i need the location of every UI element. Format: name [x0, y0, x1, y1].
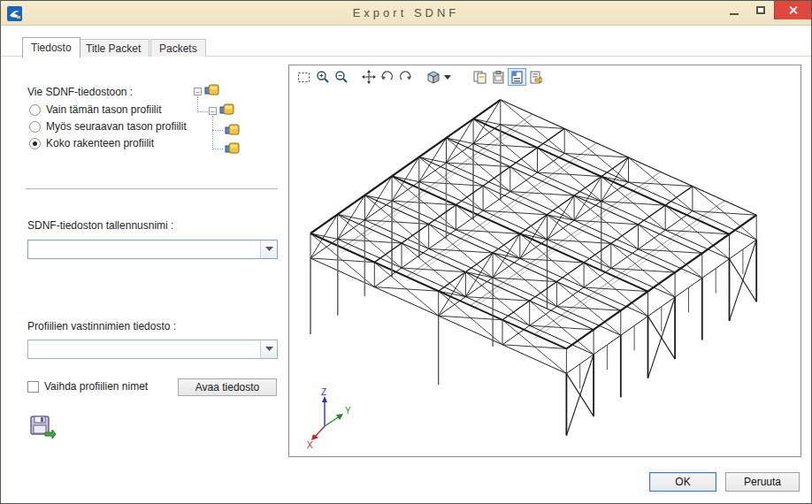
assembly-node-icon — [219, 103, 235, 117]
ok-button[interactable]: OK — [649, 472, 716, 492]
hierarchy-preview: – – — [188, 84, 263, 167]
view-orientation-icon[interactable] — [424, 68, 442, 86]
mapping-dropdown-button[interactable] — [260, 340, 277, 358]
mapping-combobox[interactable] — [27, 340, 278, 359]
separator — [26, 188, 278, 189]
model-viewport[interactable]: Z Y X — [288, 65, 801, 457]
chevron-down-icon — [265, 247, 273, 252]
axis-y-label: Y — [345, 406, 351, 416]
zoom-out-icon[interactable] — [332, 68, 350, 86]
radio-this-level-label: Vain tämän tason profiilit — [46, 103, 162, 116]
axis-z-label: Z — [321, 387, 326, 397]
view-orientation-dropdown-icon[interactable] — [442, 68, 453, 86]
pan-icon[interactable] — [359, 68, 378, 86]
axis-x-label: X — [307, 440, 313, 450]
tree-collapse-icon: – — [194, 88, 202, 95]
rename-profiles-label: Vaihda profiilien nimet — [44, 380, 148, 393]
window-title: Export SDNF — [1, 1, 811, 26]
cancel-button[interactable]: Peruuta — [725, 472, 800, 492]
radio-next-level-circle[interactable] — [29, 121, 41, 133]
export-scope-label: Vie SDNF-tiedostoon : — [27, 86, 133, 98]
filename-combobox[interactable] — [27, 240, 278, 259]
model-canvas[interactable]: Z Y X — [289, 88, 801, 456]
radio-next-level[interactable]: Myös seuraavan tason profiilit — [29, 120, 187, 133]
filename-dropdown-button[interactable] — [260, 241, 277, 258]
rotate-cw-icon[interactable] — [396, 68, 415, 86]
chevron-down-icon — [265, 347, 273, 352]
capture-view-icon[interactable] — [526, 68, 545, 86]
tab-packets[interactable]: Packets — [150, 39, 206, 57]
export-sdnf-dialog: Export SDNF Tiedosto Title Packet Packet… — [0, 0, 812, 504]
close-button[interactable] — [774, 1, 811, 19]
select-area-icon[interactable] — [295, 68, 313, 86]
maximize-button[interactable] — [747, 1, 774, 19]
rename-profiles-checkbox-row[interactable]: Vaihda profiilien nimet — [27, 380, 148, 393]
open-file-button[interactable]: Avaa tiedosto — [178, 378, 277, 396]
minimize-icon — [730, 13, 739, 15]
maximize-icon — [756, 6, 765, 14]
radio-whole-structure-label: Koko rakenteen profiilit — [46, 137, 154, 149]
tab-title-packet[interactable]: Title Packet — [77, 39, 149, 57]
radio-this-level[interactable]: Vain tämän tason profiilit — [29, 103, 162, 116]
close-icon — [788, 5, 798, 15]
titlebar[interactable]: Export SDNF — [1, 1, 811, 26]
radio-whole-structure[interactable]: Koko rakenteen profiilit — [29, 137, 154, 149]
save-as-icon[interactable] — [29, 415, 56, 439]
viewport-toolbar — [289, 65, 801, 88]
minimize-button[interactable] — [721, 1, 747, 19]
radio-whole-structure-circle[interactable] — [29, 138, 41, 149]
tab-tiedosto[interactable]: Tiedosto — [22, 37, 80, 57]
assembly-node-icon — [225, 142, 241, 156]
radio-this-level-circle[interactable] — [29, 104, 41, 116]
filename-label: SDNF-tiedoston tallennusnimi : — [27, 219, 173, 232]
mapping-label: Profiilien vastinnimien tiedosto : — [27, 320, 176, 332]
rotate-ccw-icon[interactable] — [378, 68, 396, 86]
mapping-value[interactable] — [28, 340, 260, 358]
active-view-icon[interactable] — [508, 68, 526, 86]
paste-view-icon[interactable] — [489, 68, 508, 86]
axes-triad: Z Y X — [307, 387, 351, 450]
zoom-in-icon[interactable] — [313, 68, 332, 86]
rename-profiles-checkbox[interactable] — [27, 381, 39, 393]
tree-collapse-icon: – — [209, 107, 217, 115]
radio-next-level-label: Myös seuraavan tason profiilit — [46, 120, 187, 133]
tab-strip: Tiedosto Title Packet Packets — [1, 37, 811, 57]
assembly-node-icon — [225, 124, 241, 137]
copy-view-icon[interactable] — [471, 68, 489, 86]
assembly-node-icon — [204, 84, 220, 97]
filename-value[interactable] — [28, 241, 260, 258]
